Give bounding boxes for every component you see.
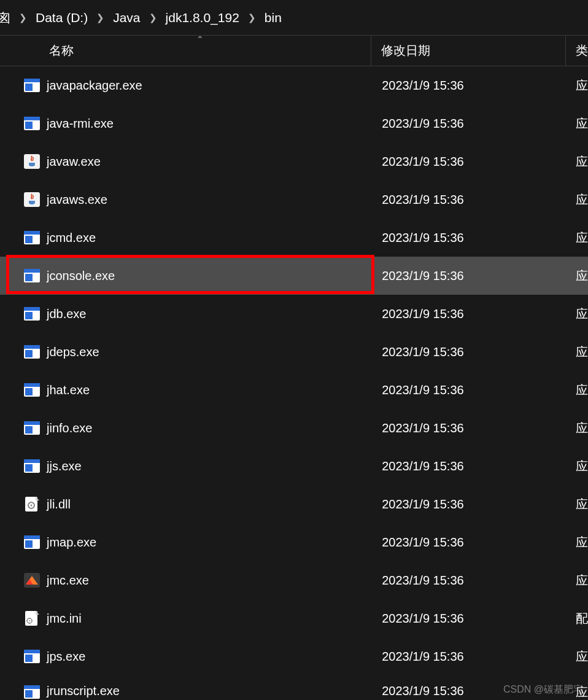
file-date: 2023/1/9 15:36	[372, 497, 566, 511]
exe-file-icon	[23, 534, 41, 550]
file-date: 2023/1/9 15:36	[372, 459, 566, 473]
breadcrumb-prev-icon[interactable]: 囪	[0, 9, 10, 26]
file-row[interactable]: jmap.exe2023/1/9 15:36应	[0, 523, 588, 561]
file-row[interactable]: jrunscript.exe2023/1/9 15:36应	[0, 675, 588, 700]
file-name: jdeps.exe	[47, 345, 372, 359]
file-row[interactable]: jcmd.exe2023/1/9 15:36应	[0, 219, 588, 257]
file-name: jinfo.exe	[47, 421, 372, 435]
file-row[interactable]: jli.dll2023/1/9 15:36应	[0, 485, 588, 523]
file-row[interactable]: javaw.exe2023/1/9 15:36应	[0, 142, 588, 181]
file-row[interactable]: jjs.exe2023/1/9 15:36应	[0, 447, 588, 485]
file-date: 2023/1/9 15:36	[372, 345, 566, 359]
file-type: 应	[566, 230, 588, 246]
breadcrumb-item[interactable]: jdk1.8.0_192	[166, 10, 239, 25]
file-name: javaws.exe	[47, 193, 372, 207]
file-type: 应	[566, 458, 588, 475]
java-file-icon	[23, 154, 41, 169]
file-row[interactable]: jdeps.exe2023/1/9 15:36应	[0, 333, 588, 371]
file-date: 2023/1/9 15:36	[372, 269, 566, 283]
chevron-right-icon: ❯	[149, 12, 157, 23]
breadcrumb-item[interactable]: Java	[113, 10, 140, 25]
file-name: jmap.exe	[47, 535, 372, 550]
file-type: 应	[566, 572, 588, 589]
file-type: 应	[566, 534, 588, 551]
exe-file-icon	[23, 382, 41, 398]
file-row[interactable]: jmc.ini2023/1/9 15:36配	[0, 599, 588, 637]
file-row[interactable]: jps.exe2023/1/9 15:36应	[0, 637, 588, 675]
exe-file-icon	[23, 230, 41, 246]
file-name: jconsole.exe	[47, 269, 372, 283]
exe-file-icon	[23, 420, 41, 436]
file-name: javaw.exe	[47, 155, 372, 169]
file-date: 2023/1/9 15:36	[372, 231, 566, 245]
file-row[interactable]: jdb.exe2023/1/9 15:36应	[0, 295, 588, 333]
file-name: jps.exe	[47, 650, 372, 664]
file-date: 2023/1/9 15:36	[372, 535, 566, 550]
breadcrumb: 囪 ❯ Data (D:) ❯ Java ❯ jdk1.8.0_192 ❯ bi…	[0, 0, 588, 36]
file-date: 2023/1/9 15:36	[372, 421, 566, 435]
chevron-right-icon: ❯	[19, 12, 27, 23]
exe-file-icon	[23, 458, 41, 474]
file-date: 2023/1/9 15:36	[372, 307, 566, 321]
file-name: jli.dll	[47, 497, 372, 511]
file-name: jmc.exe	[47, 574, 372, 588]
column-header-name[interactable]: 名称	[0, 42, 371, 59]
file-date: 2023/1/9 15:36	[372, 79, 566, 93]
file-type: 应	[566, 154, 588, 170]
file-row[interactable]: jmc.exe2023/1/9 15:36应	[0, 561, 588, 599]
file-type: 应	[566, 192, 588, 208]
column-header-type[interactable]: 类	[565, 36, 588, 66]
file-date: 2023/1/9 15:36	[372, 612, 566, 626]
file-type: 配	[566, 610, 588, 627]
file-date: 2023/1/9 15:36	[372, 650, 566, 664]
file-type: 应	[566, 306, 588, 322]
watermark: CSDN @碳基肥宅	[503, 683, 583, 696]
file-row[interactable]: jinfo.exe2023/1/9 15:36应	[0, 409, 588, 447]
chevron-right-icon: ❯	[248, 12, 256, 23]
java-file-icon	[23, 192, 41, 208]
file-row[interactable]: jconsole.exe2023/1/9 15:36应	[0, 257, 588, 295]
file-date: 2023/1/9 15:36	[372, 383, 566, 397]
file-type: 应	[566, 420, 588, 437]
exe-file-icon	[23, 648, 41, 664]
file-type: 应	[566, 77, 588, 94]
file-name: jrunscript.exe	[47, 684, 372, 698]
exe-file-icon	[23, 344, 41, 360]
breadcrumb-item[interactable]: bin	[265, 10, 282, 25]
file-name: jcmd.exe	[47, 231, 372, 245]
file-type: 应	[566, 344, 588, 360]
file-date: 2023/1/9 15:36	[372, 193, 566, 207]
exe-file-icon	[23, 268, 41, 284]
file-list: javapackager.exe2023/1/9 15:36应java-rmi.…	[0, 66, 588, 700]
file-name: jjs.exe	[47, 459, 372, 473]
file-date: 2023/1/9 15:36	[372, 155, 566, 169]
sort-caret-icon: ⌃	[196, 34, 204, 44]
file-name: jhat.exe	[47, 383, 372, 397]
file-date: 2023/1/9 15:36	[372, 117, 566, 131]
file-type: 应	[566, 382, 588, 399]
ini-file-icon	[23, 610, 41, 626]
exe-file-icon	[23, 115, 41, 131]
exe-file-icon	[23, 306, 41, 322]
file-type: 应	[566, 648, 588, 665]
exe-file-icon	[23, 684, 41, 700]
dll-file-icon	[23, 496, 41, 512]
file-row[interactable]: java-rmi.exe2023/1/9 15:36应	[0, 104, 588, 142]
column-header-date[interactable]: 修改日期	[371, 36, 565, 66]
file-type: 应	[566, 115, 588, 132]
file-date: 2023/1/9 15:36	[372, 574, 566, 588]
file-name: javapackager.exe	[47, 79, 372, 93]
jmc-file-icon	[23, 572, 41, 588]
breadcrumb-item[interactable]: Data (D:)	[36, 10, 88, 25]
file-type: 应	[566, 268, 588, 284]
file-name: java-rmi.exe	[47, 117, 372, 131]
column-header-row: ⌃ 名称 修改日期 类	[0, 36, 588, 66]
file-name: jmc.ini	[47, 612, 372, 626]
chevron-right-icon: ❯	[96, 12, 104, 23]
file-type: 应	[566, 496, 588, 513]
exe-file-icon	[23, 77, 41, 93]
file-row[interactable]: javaws.exe2023/1/9 15:36应	[0, 181, 588, 219]
file-name: jdb.exe	[47, 307, 372, 321]
file-row[interactable]: jhat.exe2023/1/9 15:36应	[0, 371, 588, 409]
file-row[interactable]: javapackager.exe2023/1/9 15:36应	[0, 66, 588, 104]
